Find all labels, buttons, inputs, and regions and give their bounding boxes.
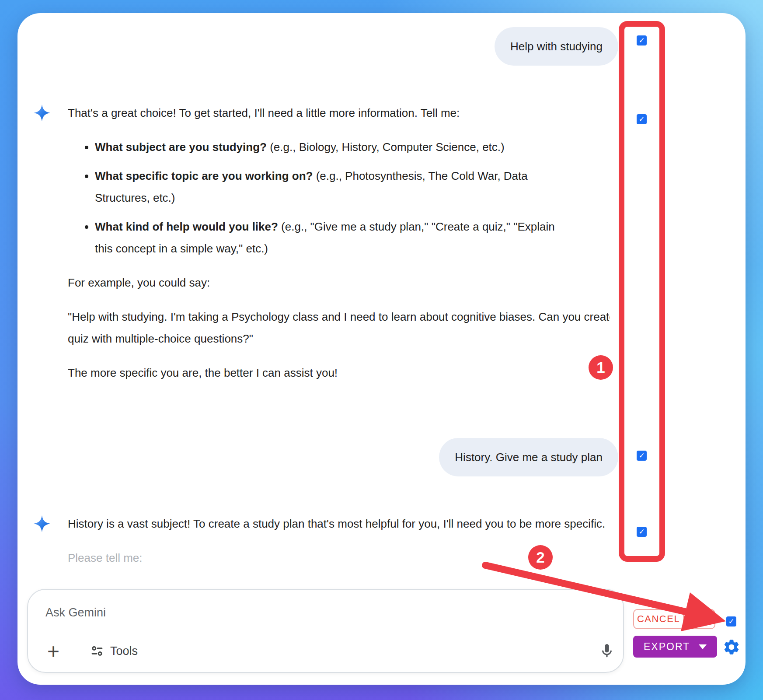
list-item: What kind of help would you like? (e.g.,… xyxy=(95,216,557,259)
tools-icon xyxy=(90,644,104,658)
user-message-bubble: Help with studying xyxy=(495,27,618,66)
prompt-input[interactable] xyxy=(45,600,440,625)
message-select-checkbox[interactable] xyxy=(637,527,647,537)
list-item: What subject are you studying? (e.g., Bi… xyxy=(95,136,557,158)
assistant-bullet-list: What subject are you studying? (e.g., Bi… xyxy=(68,136,557,259)
chevron-down-icon xyxy=(699,644,707,649)
add-attachment-button[interactable]: + xyxy=(41,639,66,663)
plus-icon: + xyxy=(47,639,59,663)
list-item: What specific topic are you working on? … xyxy=(95,165,557,209)
message-select-checkbox[interactable] xyxy=(637,114,647,124)
tools-label: Tools xyxy=(110,644,138,658)
user-message-bubble: History. Give me a study plan xyxy=(439,438,618,476)
export-button[interactable]: EXPORT xyxy=(633,636,717,658)
gemini-sparkle-icon xyxy=(33,515,51,532)
message-select-checkbox[interactable] xyxy=(637,451,647,461)
annotation-step-1-badge: 1 xyxy=(589,355,613,380)
prompt-input-bar: + Tools xyxy=(27,589,624,673)
assistant-example-quote: "Help with studying. I'm taking a Psycho… xyxy=(68,306,610,350)
export-button-label: EXPORT xyxy=(644,641,690,653)
annotation-step-2-badge: 2 xyxy=(528,545,553,570)
cancel-button[interactable]: CANCEL xyxy=(633,609,684,629)
tools-button[interactable]: Tools xyxy=(90,639,138,663)
assistant-message: That's a great choice! To get started, I… xyxy=(68,102,610,391)
microphone-button[interactable] xyxy=(595,639,619,663)
annotation-rectangle xyxy=(619,21,665,562)
microphone-icon xyxy=(599,643,615,659)
obscured-button[interactable] xyxy=(683,609,715,629)
gear-icon[interactable] xyxy=(722,638,741,656)
assistant-example-lead: For example, you could say: xyxy=(68,272,610,294)
select-all-checkbox[interactable] xyxy=(726,616,736,626)
message-select-checkbox[interactable] xyxy=(637,35,647,46)
desktop-background: Help with studying That's a great choice… xyxy=(0,0,763,700)
assistant-intro: History is a vast subject! To create a s… xyxy=(68,513,610,535)
assistant-closing: The more specific you are, the better I … xyxy=(68,362,610,384)
gemini-sparkle-icon xyxy=(33,104,51,122)
assistant-intro: That's a great choice! To get started, I… xyxy=(68,102,610,124)
